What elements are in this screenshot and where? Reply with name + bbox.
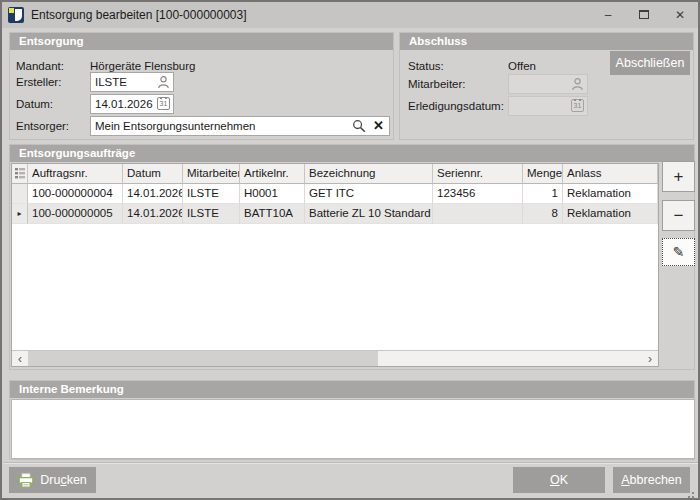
printer-icon [18,473,34,488]
scrollbar-thumb[interactable] [28,351,378,366]
titlebar: Entsorgung bearbeiten [100-000000003] – … [2,2,698,28]
table-row[interactable]: ▸ 100-000000005 14.01.2026 ILSTE BATT10A… [12,204,658,224]
cell-datum: 14.01.2026 [123,184,183,204]
app-icon-dot [9,8,14,13]
entsorger-field: ✕ [90,116,390,136]
person-icon[interactable] [157,75,170,89]
cell-bezeichnung: Batterie ZL 10 Standard [305,204,433,224]
edit-row-button[interactable]: ✎ [662,238,695,266]
mitarbeiter-field [508,74,588,94]
minus-icon: − [674,206,684,225]
status-label: Status: [408,58,444,74]
window-title: Entsorgung bearbeiten [100-000000003] [31,8,247,22]
cell-artikelnr: H0001 [240,184,305,204]
minimize-button[interactable]: – [590,2,626,28]
abbrechen-button[interactable]: Abbrechen [613,467,690,493]
drucken-label: Drucken [40,473,87,487]
maximize-button[interactable] [626,2,662,28]
cell-mitarbeiter: ILSTE [183,184,240,204]
dialog-window: Entsorgung bearbeiten [100-000000003] – … [0,0,700,500]
cell-seriennr: 123456 [433,184,523,204]
ersteller-field [90,72,174,92]
close-button[interactable]: ✕ [662,2,698,28]
group-bemerkung: Interne Bemerkung [9,380,695,460]
group-entsorgung: Entsorgung Mandant: Hörgeräte Flensburg … [9,32,394,140]
horizontal-scrollbar[interactable]: ‹ › [12,350,658,366]
row-marker: ▸ [12,204,28,224]
ok-button[interactable]: OK [513,467,605,493]
cell-anlass: Reklamation [563,184,658,204]
ok-label: OK [550,473,568,487]
close-icon: ✕ [675,8,685,22]
column-header-menge[interactable]: Menge [523,164,563,184]
column-header-datum[interactable]: Datum [123,164,183,184]
status-value: Offen [508,58,536,74]
row-marker [12,184,28,204]
maximize-icon [639,10,649,19]
column-header-auftragsnr[interactable]: Auftragsnr. [28,164,123,184]
add-row-button[interactable]: + [662,161,695,192]
entsorger-input[interactable] [90,116,390,136]
grid-corner-cell [12,164,28,184]
datum-field: 31 [90,94,174,114]
pencil-icon: ✎ [673,244,685,260]
calendar-icon: 31 [571,99,584,112]
cell-bezeichnung: GET ITC [305,184,433,204]
column-header-mitarbeiter[interactable]: Mitarbeiter [183,164,240,184]
ersteller-label: Ersteller: [16,74,61,90]
scrollbar-track[interactable] [28,351,642,366]
group-abschluss: Abschluss Status: Offen Abschließen Mita… [399,32,694,140]
abschliessen-button[interactable]: Abschließen [610,51,690,75]
group-bemerkung-header: Interne Bemerkung [10,381,694,398]
group-entsorgung-header: Entsorgung [10,33,393,50]
column-header-artikelnr[interactable]: Artikelnr. [240,164,305,184]
group-auftraege: Entsorgungsaufträge Auftragsnr. Datum Mi… [9,144,695,370]
table-row[interactable]: 100-000000004 14.01.2026 ILSTE H0001 GET… [12,184,658,204]
group-auftraege-header: Entsorgungsaufträge [10,145,694,162]
titlebar-controls: – ✕ [590,2,698,28]
scroll-right-icon[interactable]: › [642,351,658,366]
mandant-label: Mandant: [16,58,64,74]
minimize-icon: – [605,8,612,22]
entsorger-label: Entsorger: [16,118,69,134]
cell-auftragsnr: 100-000000005 [28,204,123,224]
scroll-left-icon[interactable]: ‹ [12,351,28,366]
table-rows-icon [15,168,25,179]
app-icon-fold [15,9,22,21]
erledigungsdatum-field: 31 [508,96,588,116]
orders-grid: Auftragsnr. Datum Mitarbeiter Artikelnr.… [11,163,659,367]
cell-seriennr [433,204,523,224]
column-header-seriennr[interactable]: Seriennr. [433,164,523,184]
grid-header-row: Auftragsnr. Datum Mitarbeiter Artikelnr.… [12,164,658,184]
resize-grip[interactable] [692,492,694,494]
calendar-icon[interactable]: 31 [157,97,170,110]
person-icon [571,77,584,91]
column-header-bezeichnung[interactable]: Bezeichnung [305,164,433,184]
app-icon [8,7,24,23]
group-abschluss-header: Abschluss [400,33,693,50]
footer-separator [4,462,698,464]
datum-label: Datum: [16,96,53,112]
mitarbeiter-label: Mitarbeiter: [408,76,466,92]
cell-menge: 1 [523,184,563,204]
cell-menge: 8 [523,204,563,224]
cell-artikelnr: BATT10A [240,204,305,224]
cell-auftragsnr: 100-000000004 [28,184,123,204]
cell-anlass: Reklamation [563,204,658,224]
erledigungsdatum-label: Erledigungsdatum: [408,98,504,114]
drucken-button[interactable]: Drucken [9,467,96,493]
clear-icon[interactable]: ✕ [373,119,384,133]
cell-mitarbeiter: ILSTE [183,204,240,224]
abbrechen-label: Abbrechen [621,473,681,487]
plus-icon: + [674,167,684,186]
column-header-anlass[interactable]: Anlass [563,164,658,184]
bemerkung-textarea[interactable] [11,399,695,459]
remove-row-button[interactable]: − [662,200,695,231]
search-icon[interactable] [352,119,366,133]
cell-datum: 14.01.2026 [123,204,183,224]
